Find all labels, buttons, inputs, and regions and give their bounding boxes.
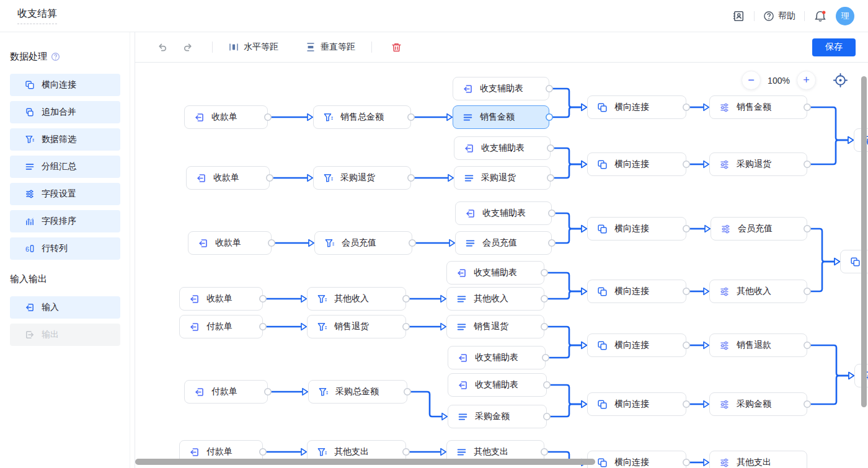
divider [804, 11, 805, 21]
vertical-space-label: 垂直等距 [321, 42, 355, 53]
vertical-space-button[interactable]: 垂直等距 [306, 42, 355, 53]
flow-node-d1[interactable]: 横向连接 [587, 95, 686, 119]
sidebar-item-sort[interactable]: 字段排序 [10, 210, 120, 232]
flow-node-a5[interactable]: 付款单 [179, 315, 263, 338]
horizontal-space-label: 水平等距 [244, 42, 278, 53]
horizontal-space-button[interactable]: 水平等距 [229, 42, 278, 53]
vertical-scrollbar[interactable] [861, 76, 867, 407]
flow-node-e4[interactable]: 其他收入 [709, 280, 807, 303]
flow-node-e3[interactable]: 会员充值 [711, 217, 807, 241]
zoom-in-button[interactable]: + [797, 71, 816, 90]
flow-node-e6[interactable]: 采购金额 [709, 392, 807, 416]
flow-node-e1[interactable]: 销售金额 [709, 95, 807, 119]
merge-icon [597, 286, 608, 297]
app-header: 收支结算 帮助 [0, 0, 868, 32]
fields-icon [719, 286, 730, 297]
flow-node-d4[interactable]: 横向连接 [587, 280, 686, 303]
redo-button[interactable] [180, 39, 196, 55]
sidebar-item-filter[interactable]: 数据筛选 [10, 128, 120, 151]
merge-icon [597, 224, 608, 234]
input-icon [194, 387, 205, 397]
flow-node-b4[interactable]: 其他收入 [307, 287, 406, 311]
save-button[interactable]: 保存 [812, 38, 856, 56]
pivot-icon: 6 [25, 244, 35, 254]
divider [371, 42, 372, 53]
notification-bell-icon[interactable] [813, 9, 827, 23]
sidebar-item-append[interactable]: 追加合并 [10, 101, 120, 123]
output-icon [25, 330, 35, 340]
merge-icon [597, 340, 608, 351]
locate-center-icon[interactable] [831, 71, 849, 90]
flow-node-d2[interactable]: 横向连接 [587, 152, 686, 176]
flow-node-e5[interactable]: 销售退款 [709, 333, 807, 357]
flow-node-aux1[interactable]: 收支辅助表 [453, 77, 549, 100]
zoom-level: 100% [761, 76, 797, 86]
contacts-icon[interactable] [732, 9, 745, 23]
horizontal-space-icon [229, 42, 239, 52]
flow-node-a1[interactable]: 收款单 [184, 105, 268, 129]
flow-node-a4[interactable]: 收款单 [179, 287, 263, 311]
svg-text:6: 6 [25, 245, 29, 253]
merge-icon [597, 102, 608, 113]
flow-node-aux6[interactable]: 收支辅助表 [448, 373, 547, 397]
input-icon [189, 294, 200, 304]
flow-node-a3[interactable]: 收款单 [188, 231, 272, 255]
fields-icon [719, 457, 730, 468]
group-icon [456, 294, 467, 304]
flow-node-aux5[interactable]: 收支辅助表 [448, 346, 546, 369]
flow-node-c2[interactable]: 采购退货 [454, 166, 551, 190]
sidebar-item-fields[interactable]: 字段设置 [10, 183, 120, 205]
flow-node-d5[interactable]: 横向连接 [587, 333, 686, 357]
canvas-toolbar: 水平等距 垂直等距 保存 [135, 32, 868, 63]
delete-trash-icon[interactable] [388, 39, 404, 55]
flow-node-a2[interactable]: 收款单 [186, 166, 270, 190]
flow-node-e2[interactable]: 采购退货 [709, 152, 807, 176]
page-title: 收支结算 [17, 8, 57, 19]
input-icon [456, 268, 467, 278]
flow-node-c3[interactable]: 会员充值 [455, 231, 552, 255]
sidebar-section-title: 输入输出 [10, 273, 120, 285]
merge-icon [25, 80, 35, 90]
fields-icon [719, 159, 730, 170]
filter-icon [323, 112, 334, 123]
group-icon [456, 322, 467, 332]
flow-node-b2[interactable]: 采购退货 [313, 166, 411, 190]
filter-icon [25, 135, 35, 144]
flow-node-b3[interactable]: 会员充值 [314, 231, 412, 255]
sidebar-item-pivot[interactable]: 6行转列 [10, 237, 120, 260]
flow-node-c5[interactable]: 销售退货 [446, 315, 544, 338]
flow-node-c4[interactable]: 其他收入 [446, 287, 544, 311]
undo-button[interactable] [154, 39, 170, 55]
flow-node-d3[interactable]: 横向连接 [587, 217, 686, 241]
flow-node-c6[interactable]: 采购金额 [448, 405, 547, 428]
flow-node-b6[interactable]: 采购总金额 [308, 380, 407, 404]
sidebar-item-merge[interactable]: 横向连接 [10, 74, 120, 96]
flow-node-e7[interactable]: 其他支出 [709, 451, 807, 468]
sidebar-item-group[interactable]: 分组汇总 [10, 156, 120, 178]
section-help-icon[interactable] [51, 52, 60, 61]
flow-node-aux2[interactable]: 收支辅助表 [454, 136, 551, 160]
fields-icon [719, 399, 730, 410]
zoom-out-button[interactable]: − [742, 71, 761, 90]
fields-icon [720, 224, 731, 234]
group-icon [464, 173, 474, 183]
flow-node-d6[interactable]: 横向连接 [587, 392, 686, 416]
input-icon [198, 238, 208, 249]
flow-node-c1[interactable]: 销售金额 [453, 105, 549, 129]
help-icon [763, 11, 774, 22]
input-icon [194, 112, 205, 123]
flow-node-d7[interactable]: 横向连接 [587, 451, 686, 468]
flow-node-aux4[interactable]: 收支辅助表 [446, 261, 544, 285]
flow-node-b5[interactable]: 销售退货 [307, 315, 406, 338]
merge-icon [850, 257, 861, 267]
group-icon [465, 238, 476, 249]
help-button[interactable]: 帮助 [763, 11, 795, 22]
flow-node-b1[interactable]: 销售总金额 [313, 105, 411, 129]
divider [754, 11, 755, 21]
flow-node-aux3[interactable]: 收支辅助表 [455, 201, 552, 225]
horizontal-scrollbar[interactable] [135, 459, 595, 465]
zoom-controls: − 100% + [742, 71, 849, 90]
sidebar-item-input[interactable]: 输入 [10, 296, 120, 319]
flow-node-a6[interactable]: 付款单 [184, 380, 268, 404]
user-avatar[interactable]: 理 [836, 7, 854, 25]
